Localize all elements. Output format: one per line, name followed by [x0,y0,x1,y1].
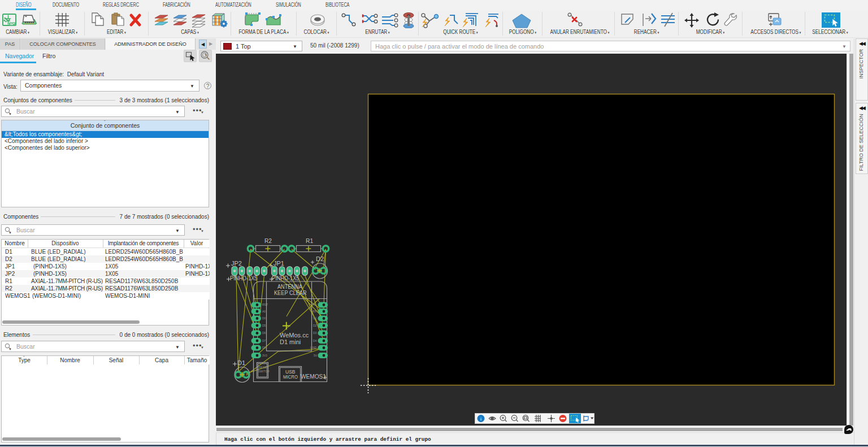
svg-text:D6: D6 [262,331,266,335]
svg-text:3V3: 3V3 [262,354,267,357]
svg-text:PINHD-1X5: PINHD-1X5 [272,275,300,281]
svg-text:KEEP CLEAR: KEEP CLEAR [274,290,307,296]
svg-text:GND: GND [310,346,317,349]
svg-text:WEMOS1: WEMOS1 [301,372,326,380]
svg-text:WeMos.cc: WeMos.cc [280,332,309,338]
svg-text:D0: D0 [262,316,266,320]
svg-text:D1: D1 [313,316,317,320]
svg-text:MICRO: MICRO [283,375,298,380]
svg-text:D2: D2 [316,255,324,262]
svg-text:R2: R2 [264,237,272,244]
svg-text:D8: D8 [262,346,266,349]
svg-text:R1: R1 [306,237,313,244]
svg-text:SWITCH: SWITCH [258,370,270,373]
svg-text:D4: D4 [313,339,317,342]
svg-text:RESET: RESET [259,366,268,369]
svg-text:D1: D1 [237,359,245,366]
svg-text:RX: RX [313,310,317,313]
svg-text:D7: D7 [262,339,266,342]
svg-text:D5: D5 [262,324,266,327]
svg-text:JP1: JP1 [274,260,284,267]
svg-text:D1 mini: D1 mini [280,338,301,345]
svg-text:JP2: JP2 [231,260,242,267]
svg-text:5V: 5V [314,354,318,357]
svg-text:D3: D3 [313,331,317,335]
svg-text:ANTENNA: ANTENNA [277,284,302,290]
svg-text:PINHD-1X5: PINHD-1X5 [230,275,258,281]
svg-text:TX: TX [313,303,316,306]
svg-text:USB: USB [285,369,296,375]
svg-text:D2: D2 [313,324,317,327]
svg-text:RST: RST [262,303,268,306]
svg-text:A0: A0 [262,310,266,313]
